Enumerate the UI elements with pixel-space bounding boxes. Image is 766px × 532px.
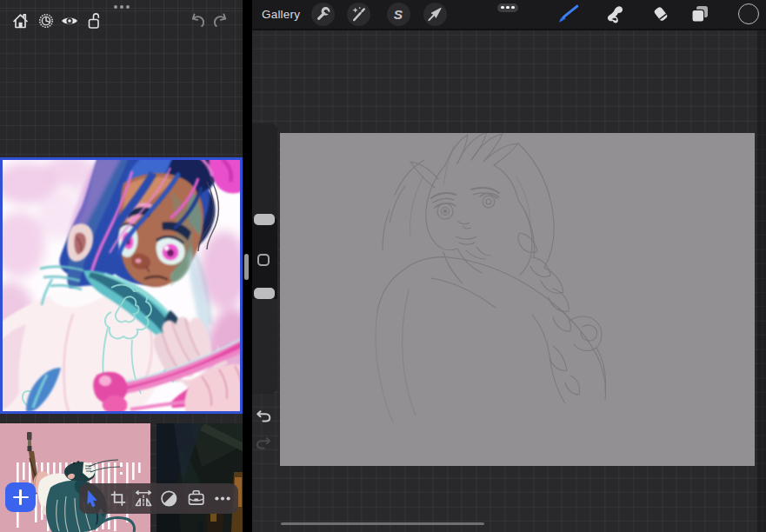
svg-text:S: S (394, 7, 403, 22)
